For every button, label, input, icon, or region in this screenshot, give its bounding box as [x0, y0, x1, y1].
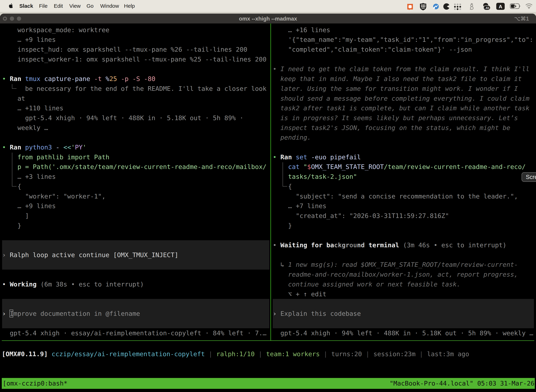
terminal-line: • Ran python3 - <<'PY' — [2, 142, 269, 152]
menu-item-view[interactable]: View — [69, 0, 81, 12]
text-segment: is in progress? It seems likely but perh… — [273, 114, 518, 122]
terminal-line: pending. — [273, 133, 535, 142]
text-segment: (6m 38s • esc to interrupt) — [40, 280, 144, 288]
terminal-line: gpt-5.4 xhigh · 94% left · 488K in · 5.1… — [2, 113, 269, 123]
text-segment: • — [2, 75, 10, 83]
text-segment: "worker": "worker-1", — [2, 192, 105, 200]
terminal-line: keep that in mind. Maybe I also need the… — [273, 74, 535, 84]
text-segment: weekly … — [2, 124, 48, 131]
text-segment: PY — [75, 144, 83, 151]
text-segment: << — [63, 144, 71, 151]
terminal-line: ⌥ + ↑ edit — [273, 289, 535, 299]
terminal-line: continue assigned work or next feasible … — [273, 280, 535, 289]
terminal-line: • Ran tmux capture-pane -t %25 -p -S -80 — [2, 74, 269, 84]
terminal-line: … +110 lines — [2, 103, 269, 113]
text-segment: "subject": "send a concise recommendatio… — [273, 192, 518, 200]
text-segment: gpt-5.4 xhigh · 94% left · 488K in · 5.1… — [2, 114, 244, 122]
text-segment: … +9 lines — [2, 202, 56, 210]
terminal-line: } — [2, 221, 269, 231]
text-segment: (3m 46s • esc to interrupt) — [403, 241, 507, 249]
text-segment: "completed","claim_token":"claim-token"}… — [273, 46, 472, 53]
pane-divider — [270, 23, 271, 341]
text-segment: Ran — [10, 75, 25, 83]
text-segment: } — [2, 222, 21, 229]
battery-icon[interactable] — [510, 3, 521, 15]
terminal-line: › Explain this codebase — [273, 309, 535, 319]
terminal-line: gpt-5.4 xhigh · 94% left · 488K in · 5.1… — [273, 328, 535, 338]
text-segment: set — [296, 153, 311, 161]
menu-item-file[interactable]: File — [39, 0, 48, 12]
apple-menu-icon[interactable] — [9, 3, 13, 9]
text-segment: at — [2, 95, 25, 102]
text-segment: ckgr — [334, 241, 349, 249]
text-segment: ' — [83, 144, 86, 151]
shield-grid-icon[interactable] — [420, 3, 426, 15]
terminal-line: ] — [2, 211, 269, 221]
menu-item-window[interactable]: Window — [100, 0, 119, 12]
text-segment: I need to get the claim token from the c… — [281, 65, 530, 73]
menu-item-help[interactable]: Help — [124, 0, 135, 12]
sync-arrow-icon[interactable] — [433, 3, 439, 15]
text-segment: later. Using the same for transition mig… — [273, 85, 518, 92]
text-segment: { — [2, 183, 21, 190]
terminal-line: be necessary for the end of the README. … — [2, 84, 269, 93]
terminal-line: is in progress? It seems likely but perh… — [273, 113, 535, 123]
terminal-line: readme-and-reco/mailbox/worker-1.json, a… — [273, 270, 535, 280]
screen-sharing-pill[interactable]: Scre — [522, 172, 536, 182]
text-segment: Improve documentation in @filename — [10, 310, 140, 317]
vpn-badge-label: ..61 — [484, 6, 489, 10]
terminal-line: • Working (6m 38s • esc to interrupt) — [2, 280, 269, 289]
terminal-line: "created_at": "2026-03-31T11:59:27.816Z" — [273, 211, 535, 221]
terminal-line: • Ran set -euo pipefail — [273, 152, 535, 162]
text-segment: -p -S -80 — [121, 75, 155, 83]
status-segment: team:1 workers — [266, 350, 320, 358]
text-segment: gpt-5.4 xhigh · 94% left · 488K in · 5.1… — [273, 329, 533, 337]
text-segment: terminal — [365, 241, 403, 249]
menu-item-edit[interactable]: Edit — [54, 0, 63, 12]
text-segment: from pathlib import Path — [2, 153, 109, 161]
wireguard-dragon-icon[interactable] — [469, 3, 474, 15]
input-source-icon[interactable]: A — [496, 3, 505, 15]
text-segment: … +9 lines — [2, 36, 56, 43]
text-segment: task2 after task1 is complete, but can I… — [273, 104, 530, 112]
wifi-icon[interactable] — [526, 3, 532, 15]
text-segment: Waiting for ba — [281, 241, 334, 249]
text-segment: ' — [71, 144, 75, 151]
status-segment: [OMX#0.11.9] — [2, 350, 52, 358]
text-segment: inspect_worker-1: omx sparkshell --tmux-… — [2, 56, 266, 63]
terminal-line: › Ralph loop active continue [OMX_TMUX_I… — [2, 250, 269, 260]
text-segment: pending. — [273, 134, 311, 141]
menu-app-name[interactable]: Slack — [19, 0, 33, 12]
text-segment: • — [273, 153, 281, 161]
status-segment: | — [362, 350, 373, 358]
text-segment: inspect task2's JSON, focusing on the st… — [273, 124, 510, 131]
status-segment: turns:20 — [331, 350, 362, 358]
terminal-line: • I need to get the claim token from the… — [273, 64, 535, 74]
text-segment: " — [303, 163, 307, 171]
terminal-line: from pathlib import Path — [2, 152, 269, 162]
pacman-icon[interactable] — [443, 3, 450, 15]
terminal-content[interactable]: workspace_mode: worktree … +9 lines insp… — [0, 23, 536, 392]
menu-item-go[interactable]: Go — [86, 0, 94, 12]
text-segment: • — [273, 65, 281, 73]
status-segment: | — [255, 350, 266, 358]
screen: Slack File Edit View Go Window Help ..61 — [0, 0, 536, 392]
text-segment: › — [2, 310, 10, 317]
input-source-label: A — [499, 4, 502, 9]
hud-separator-line — [2, 340, 534, 341]
vpn-cloud-badge-icon[interactable]: ..61 — [482, 3, 490, 14]
terminal-line: tasks/task-2.json" — [273, 172, 535, 182]
terminal-line: weekly … — [2, 123, 269, 133]
dots-grid-icon[interactable] — [454, 4, 461, 15]
text-segment: "created_at": "2026-03-31T11:59:27.816Z" — [273, 212, 449, 219]
terminal-line: "completed","claim_token":"claim-token"}… — [273, 45, 535, 54]
text-segment: nd — [357, 241, 365, 249]
text-segment: ou — [349, 241, 357, 249]
text-segment: should send a message before completing … — [273, 95, 530, 102]
screen-recording-icon[interactable] — [407, 3, 413, 15]
text-segment: readme-and-reco/mailbox/worker-1.json, a… — [273, 271, 518, 278]
status-segment: | — [416, 350, 427, 358]
text-segment: • — [273, 241, 281, 249]
tmux-status-bar: [omx-cczip0:bash*"MacBook-Pro-44.local" … — [2, 378, 535, 389]
text-segment: OMX_TEAM_STATE_ROOT — [311, 163, 384, 171]
